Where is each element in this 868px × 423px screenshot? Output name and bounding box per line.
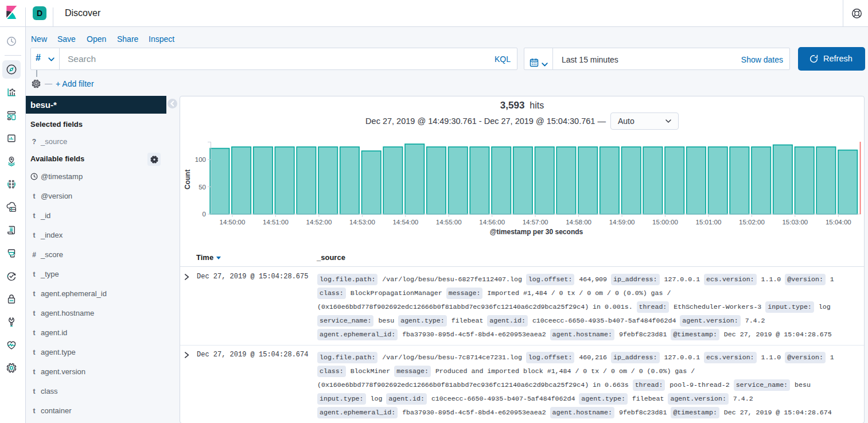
svg-text:14:53:00: 14:53:00 (349, 219, 375, 226)
svg-text:14:55:00: 14:55:00 (436, 219, 462, 226)
svg-text:100: 100 (195, 156, 206, 163)
svg-text:14:50:00: 14:50:00 (220, 219, 246, 226)
svg-text:14:52:00: 14:52:00 (306, 219, 332, 226)
svg-text:14:51:00: 14:51:00 (263, 219, 289, 226)
svg-text:14:54:00: 14:54:00 (392, 219, 418, 226)
svg-text:15:04:00: 15:04:00 (826, 219, 851, 226)
svg-text:14:58:00: 14:58:00 (566, 219, 591, 226)
svg-text:50: 50 (198, 184, 206, 191)
svg-text:0: 0 (203, 211, 206, 218)
svg-text:15:02:00: 15:02:00 (739, 219, 765, 226)
svg-text:15:01:00: 15:01:00 (696, 219, 722, 226)
svg-text:14:56:00: 14:56:00 (479, 219, 505, 226)
svg-text:14:57:00: 14:57:00 (523, 219, 548, 226)
svg-text:15:03:00: 15:03:00 (782, 219, 808, 226)
svg-text:15:00:00: 15:00:00 (652, 219, 678, 226)
svg-text:14:59:00: 14:59:00 (609, 219, 635, 226)
